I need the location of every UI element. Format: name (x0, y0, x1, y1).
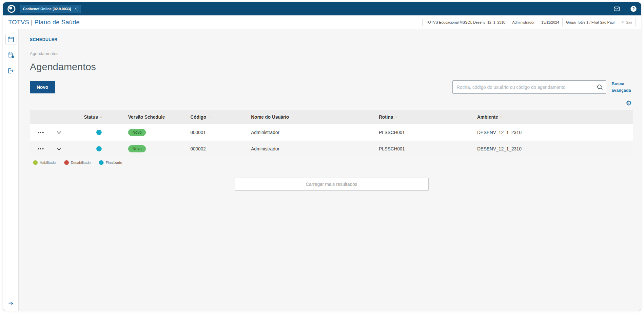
legend-item-desabilitado: Desabilitado (64, 160, 91, 165)
table-settings-row: ⚙ (30, 100, 633, 107)
chevron-down-icon[interactable] (57, 147, 61, 150)
chevron-down-icon[interactable] (57, 131, 61, 134)
logout-label: Sair (626, 20, 632, 24)
toolbar-search-group: Busca avançada (452, 80, 633, 94)
page-title: Agendamentos (30, 61, 633, 72)
logout-button[interactable]: × Sair (618, 18, 635, 26)
version-badge: Novo (128, 145, 146, 152)
column-header-ambiente[interactable]: Ambiente ↑↓ (477, 114, 633, 120)
legend-item-habilitado: Habilitado (33, 160, 56, 165)
toolbar: Novo Busca avançada (30, 80, 633, 94)
column-header-status[interactable]: Status ↑↓ (84, 114, 128, 120)
sort-icon[interactable]: ↑↓ (208, 115, 210, 119)
sidebar-expand-icon: ⇒ (8, 300, 13, 307)
sort-icon[interactable]: ↑↓ (500, 115, 502, 119)
legend-dot-desabilitado (64, 160, 69, 165)
help-icon[interactable]: ? (631, 6, 636, 12)
search-input[interactable] (452, 80, 606, 94)
totvs-logo-icon (8, 5, 15, 13)
table-header-row: Status ↑↓ Versão Schedule Código ↑↓ Nome… (30, 110, 633, 124)
close-icon: × (621, 20, 624, 24)
legend-item-finalizado: Finalizado (99, 160, 122, 165)
gear-icon[interactable]: ⚙ (626, 100, 632, 107)
row-actions-icon[interactable] (37, 130, 44, 134)
load-more-button[interactable]: Carregar mais resultados (235, 178, 429, 191)
date-info: 13/11/2024 (538, 18, 562, 26)
column-header-codigo[interactable]: Código ↑↓ (190, 114, 251, 120)
search-icon[interactable] (597, 84, 603, 90)
table-row: Novo 000001 Administrador PLSSCH001 DESE… (30, 124, 633, 141)
app-tab[interactable]: Cadbenef Online [02.9.0033] × (20, 5, 81, 13)
environment-info: TOTVS Educacional MSSQL Desenv_12_1_2310 (423, 18, 509, 26)
app-brand: TOTVS | Plano de Saúde (8, 19, 80, 26)
column-header-versao-schedule: Versão Schedule (128, 114, 190, 120)
row-actions-icon[interactable] (37, 147, 44, 151)
legend-dot-habilitado (33, 160, 38, 165)
top-bar: Cadbenef Online [02.9.0033] × ? (3, 2, 641, 15)
status-dot (96, 130, 102, 135)
mail-icon[interactable] (614, 7, 620, 11)
section-title: SCHEDULER (30, 37, 633, 42)
codigo-cell: 000001 (190, 130, 251, 135)
branch-info[interactable]: Grupo Totvs 1 / Filial Sao Paul (562, 18, 618, 26)
ambiente-cell: DESENV_12_1_2310 (477, 130, 633, 135)
sidebar-item-calendar[interactable] (5, 34, 16, 45)
status-legend: Habilitado Desabilitado Finalizado (30, 157, 633, 168)
breadcrumb[interactable]: Agendamentos (30, 51, 58, 56)
topbar-actions: ? (614, 6, 636, 12)
sort-icon[interactable]: ↑↓ (100, 115, 102, 119)
advanced-search-link[interactable]: Busca avançada (612, 81, 633, 93)
user-info: Administrador (509, 18, 538, 26)
app-tab-label: Cadbenef Online [02.9.0033] (23, 7, 71, 11)
main-content: SCHEDULER Agendamentos Agendamentos Novo (19, 29, 641, 311)
schedules-table: Status ↑↓ Versão Schedule Código ↑↓ Nome… (30, 110, 633, 157)
search-box (452, 80, 606, 94)
column-header-rotina[interactable]: Rotina ↑↓ (379, 114, 477, 120)
table-row: Novo 000002 Administrador PLSSCH001 DESE… (30, 141, 633, 157)
new-button[interactable]: Novo (30, 81, 55, 93)
sidebar: ⇒ (3, 29, 19, 311)
app-header: TOTVS | Plano de Saúde TOTVS Educacional… (3, 15, 641, 29)
status-dot (96, 146, 102, 151)
content-area: ⇒ SCHEDULER Agendamentos Agendamentos No… (3, 29, 641, 311)
version-badge: Novo (128, 129, 146, 136)
session-info: TOTVS Educacional MSSQL Desenv_12_1_2310… (422, 18, 636, 26)
sidebar-item-exit[interactable] (5, 65, 16, 76)
usuario-cell: Administrador (251, 146, 379, 151)
codigo-cell: 000002 (190, 146, 251, 151)
sort-icon[interactable]: ↑↓ (395, 115, 397, 119)
sidebar-item-scheduler[interactable] (5, 49, 16, 61)
ambiente-cell: DESENV_12_1_2310 (477, 146, 633, 151)
usuario-cell: Administrador (251, 130, 379, 135)
topbar-divider (625, 6, 625, 12)
rotina-cell: PLSSCH001 (379, 130, 477, 135)
app-window: Cadbenef Online [02.9.0033] × ? TOTVS | … (3, 2, 641, 311)
rotina-cell: PLSSCH001 (379, 146, 477, 151)
legend-dot-finalizado (99, 160, 104, 165)
sidebar-expand-button[interactable]: ⇒ (3, 300, 18, 307)
tab-close-icon[interactable]: × (74, 7, 78, 11)
column-header-nome-usuario: Nome do Usuário (251, 114, 379, 120)
